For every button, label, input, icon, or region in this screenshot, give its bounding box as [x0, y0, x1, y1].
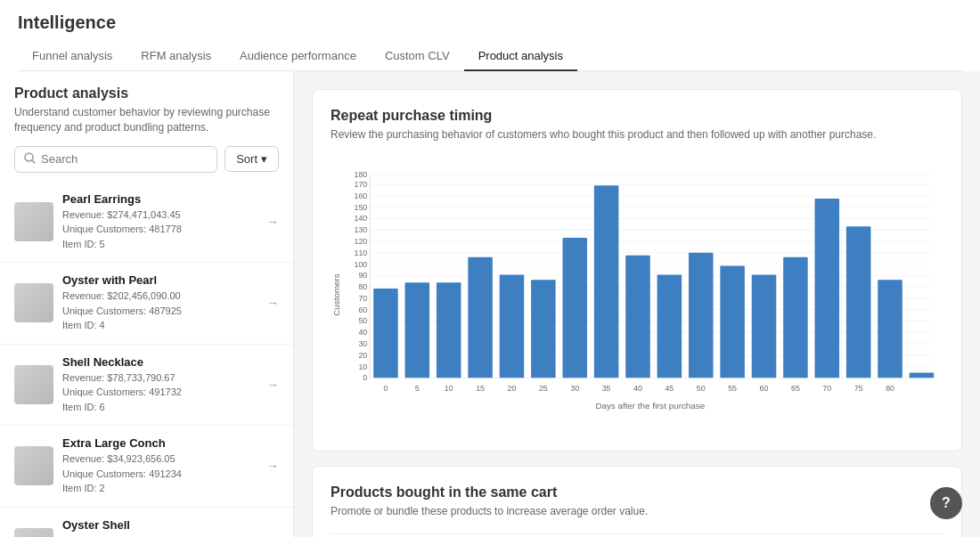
product-meta: Revenue: $274,471,043.45 Unique Customer… — [62, 207, 257, 252]
co-purchase-description: Promote or bundle these products to incr… — [331, 504, 943, 519]
product-info: Oyster Shell Revenue: $14,765,965.00 Uni… — [62, 518, 257, 537]
product-info: Oyster with Pearl Revenue: $202,456,090.… — [62, 273, 257, 333]
svg-rect-57 — [846, 226, 871, 378]
svg-rect-52 — [689, 253, 714, 378]
svg-text:40: 40 — [633, 384, 642, 393]
search-box[interactable] — [14, 146, 217, 173]
product-meta: Revenue: $14,765,965.00 Unique Customers… — [62, 533, 257, 537]
svg-text:0: 0 — [383, 384, 388, 393]
svg-text:110: 110 — [355, 248, 368, 257]
chevron-down-icon: ▾ — [261, 152, 267, 166]
svg-text:10: 10 — [445, 384, 453, 393]
product-thumbnail — [14, 365, 53, 404]
svg-text:20: 20 — [358, 351, 367, 360]
product-name: Pearl Earrings — [62, 192, 257, 206]
product-name: Extra Large Conch — [62, 436, 257, 450]
svg-rect-46 — [500, 274, 525, 378]
product-list: Pearl Earrings Revenue: $274,471,043.45 … — [0, 182, 293, 537]
tab-rfm-analysis[interactable]: RFM analysis — [127, 42, 225, 71]
svg-text:25: 25 — [539, 384, 548, 393]
svg-text:15: 15 — [476, 384, 485, 393]
co-purchase-card: Products bought in the same cart Promote… — [312, 466, 962, 537]
bar-chart: Customers 0 10 20 30 40 — [331, 157, 943, 433]
svg-rect-50 — [625, 256, 650, 378]
sidebar-description: Understand customer behavior by reviewin… — [14, 105, 279, 135]
tab-funnel-analysis[interactable]: Funnel analysis — [18, 42, 127, 71]
app-title: Intelligence — [18, 12, 962, 33]
svg-text:130: 130 — [355, 225, 368, 234]
svg-text:80: 80 — [886, 384, 894, 393]
list-item[interactable]: Extra Large Conch Revenue: $34,923,656.0… — [0, 426, 293, 508]
svg-text:Customers: Customers — [331, 273, 341, 316]
svg-text:180: 180 — [355, 170, 368, 179]
product-thumbnail — [14, 528, 53, 537]
svg-text:160: 160 — [355, 191, 368, 200]
nav-tabs: Funnel analysis RFM analysis Audience pe… — [18, 42, 962, 71]
svg-text:30: 30 — [358, 339, 367, 348]
svg-text:Days after the first purchase: Days after the first purchase — [595, 401, 705, 411]
svg-text:50: 50 — [358, 316, 367, 325]
svg-text:55: 55 — [728, 384, 737, 393]
search-icon — [24, 152, 36, 167]
svg-rect-58 — [878, 280, 902, 378]
svg-text:60: 60 — [358, 305, 367, 313]
list-item[interactable]: Oyster with Pearl Revenue: $202,456,090.… — [0, 263, 293, 345]
svg-text:120: 120 — [355, 237, 368, 246]
product-arrow-icon: → — [266, 296, 279, 310]
tab-custom-clv[interactable]: Custom CLV — [371, 42, 464, 71]
product-info: Extra Large Conch Revenue: $34,923,656.0… — [62, 436, 257, 496]
svg-rect-43 — [405, 282, 430, 378]
svg-rect-59 — [910, 372, 935, 378]
list-item[interactable]: Oyster Shell Revenue: $14,765,965.00 Uni… — [0, 508, 293, 537]
product-name: Oyster with Pearl — [62, 273, 257, 287]
product-arrow-icon: → — [266, 378, 279, 392]
search-sort-row: Sort ▾ — [14, 146, 279, 173]
right-panel: Repeat purchase timing Review the purcha… — [294, 71, 980, 537]
tab-product-analysis[interactable]: Product analysis — [464, 42, 577, 71]
svg-rect-44 — [437, 282, 461, 378]
product-thumbnail — [14, 283, 53, 322]
search-input[interactable] — [41, 152, 208, 166]
product-arrow-icon: → — [266, 459, 279, 473]
svg-rect-42 — [373, 289, 398, 378]
svg-text:0: 0 — [363, 373, 367, 382]
product-meta: Revenue: $34,923,656.05 Unique Customers… — [62, 452, 257, 496]
svg-text:30: 30 — [570, 384, 579, 393]
sort-button[interactable]: Sort ▾ — [225, 146, 279, 172]
svg-rect-53 — [720, 265, 745, 378]
product-meta: Revenue: $78,733,790.67 Unique Customers… — [62, 370, 257, 415]
svg-rect-54 — [752, 274, 777, 378]
svg-rect-51 — [657, 274, 682, 378]
list-item[interactable]: Shell Necklace Revenue: $78,733,790.67 U… — [0, 345, 293, 427]
repeat-purchase-card: Repeat purchase timing Review the purcha… — [312, 89, 962, 452]
product-info: Pearl Earrings Revenue: $274,471,043.45 … — [62, 192, 257, 252]
svg-rect-56 — [815, 199, 840, 378]
svg-text:70: 70 — [822, 384, 831, 393]
product-info: Shell Necklace Revenue: $78,733,790.67 U… — [62, 355, 257, 415]
product-thumbnail — [14, 202, 53, 241]
svg-text:150: 150 — [355, 202, 368, 211]
svg-text:45: 45 — [665, 384, 674, 393]
svg-line-1 — [32, 159, 36, 163]
svg-text:50: 50 — [697, 384, 706, 393]
product-thumbnail — [14, 446, 53, 485]
svg-text:60: 60 — [760, 384, 769, 393]
svg-text:35: 35 — [602, 384, 611, 393]
svg-text:75: 75 — [854, 384, 863, 393]
svg-text:65: 65 — [791, 384, 800, 393]
co-purchase-title: Products bought in the same cart — [331, 484, 943, 500]
product-name: Oyster Shell — [62, 518, 257, 532]
product-name: Shell Necklace — [62, 355, 257, 369]
svg-text:100: 100 — [355, 259, 368, 268]
sidebar-title: Product analysis — [14, 85, 279, 102]
svg-rect-55 — [783, 257, 808, 378]
co-purchase-table-header: Products ⇅ Co-purchase rate i ⇅ — [331, 533, 943, 537]
svg-text:80: 80 — [358, 282, 367, 291]
list-item[interactable]: Pearl Earrings Revenue: $274,471,043.45 … — [0, 182, 293, 264]
svg-rect-45 — [468, 257, 493, 378]
tab-audience-performance[interactable]: Audience performance — [225, 42, 371, 71]
svg-rect-47 — [531, 280, 556, 378]
svg-text:170: 170 — [355, 180, 368, 189]
svg-text:5: 5 — [415, 384, 420, 393]
help-button[interactable]: ? — [930, 487, 962, 519]
